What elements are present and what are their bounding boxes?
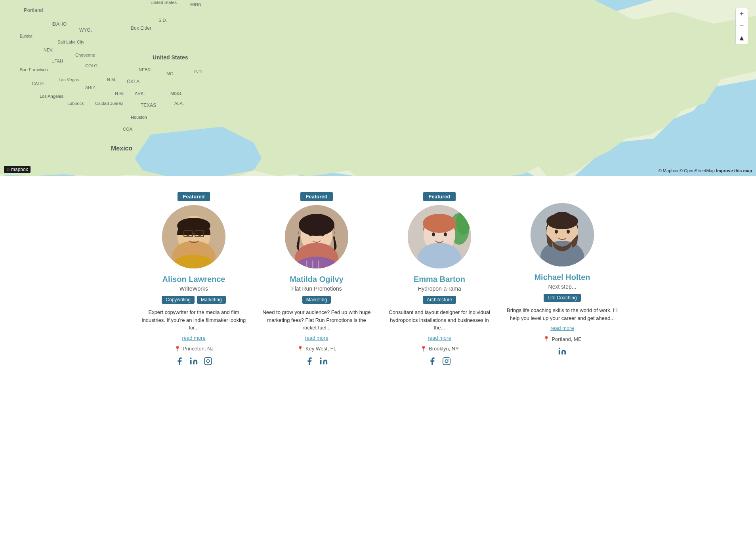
location-icon: 📍 — [174, 346, 181, 352]
profile-company: Flat Run Promotions — [291, 285, 342, 292]
svg-text:NEV.: NEV. — [44, 48, 53, 52]
read-more-link[interactable]: read more — [305, 335, 328, 341]
svg-text:Cheyenne: Cheyenne — [75, 53, 95, 57]
svg-text:Las Vegas: Las Vegas — [59, 77, 79, 82]
profiles-section: Featured Alison Lawrence WriteWorks Copy… — [0, 176, 756, 382]
location-text: Princeton, NJ — [183, 346, 214, 352]
featured-badge-wrapper: Featured — [261, 192, 372, 201]
linkedin-icon[interactable] — [557, 346, 567, 356]
svg-text:NEBR.: NEBR. — [139, 67, 152, 72]
tag: Marketing — [302, 296, 331, 304]
tags-row: Marketing — [302, 296, 331, 304]
svg-text:UTAH: UTAH — [52, 59, 63, 63]
profile-company: Next step... — [548, 284, 577, 290]
svg-text:IDAHO: IDAHO — [52, 21, 67, 27]
location-text: Portland, ME — [552, 336, 581, 342]
facebook-icon[interactable] — [304, 356, 315, 366]
svg-text:ARK.: ARK. — [135, 91, 145, 96]
svg-text:ALA.: ALA. — [174, 101, 184, 106]
zoom-in-button[interactable]: + — [736, 8, 748, 20]
map-background: Portland IDAHO Eureka NEV. Salt Lake Cit… — [0, 0, 756, 176]
read-more-link[interactable]: read more — [428, 335, 451, 341]
svg-text:Salt Lake City: Salt Lake City — [57, 40, 84, 44]
facebook-icon[interactable] — [427, 356, 437, 366]
instagram-icon[interactable] — [203, 356, 213, 366]
tags-row: Life Coaching — [544, 294, 580, 302]
profile-description: Need to grow your audience? Fed up with … — [261, 308, 372, 332]
featured-badge: Featured — [178, 192, 210, 201]
svg-text:CALIF.: CALIF. — [32, 81, 45, 86]
profile-name: Matilda Ogilvy — [290, 275, 344, 284]
featured-badge-wrapper: Featured — [384, 192, 495, 201]
avatar-emma — [408, 205, 471, 268]
svg-text:Houston: Houston — [131, 115, 147, 120]
location-row: 📍 Key West, FL — [297, 346, 336, 352]
svg-text:MISS.: MISS. — [170, 91, 182, 96]
svg-point-127 — [432, 232, 435, 236]
svg-text:COA.: COA. — [123, 127, 134, 131]
profile-description: Consultant and layout designer for indiv… — [384, 308, 495, 332]
svg-point-124 — [456, 211, 470, 235]
svg-text:Los Angeles: Los Angeles — [40, 94, 63, 99]
profile-description: Brings life coaching skills to the world… — [507, 306, 618, 322]
linkedin-icon[interactable] — [189, 356, 199, 366]
svg-text:OKLA.: OKLA. — [127, 79, 141, 84]
map-controls: + − ▲ — [735, 8, 748, 44]
svg-text:Box Elder: Box Elder — [131, 25, 151, 31]
svg-rect-108 — [204, 357, 212, 364]
tags-row: CopywritingMarketing — [162, 296, 225, 304]
svg-text:MINN.: MINN. — [190, 2, 202, 7]
profile-name: Alison Lawrence — [162, 275, 225, 284]
tags-row: Architecture — [423, 296, 456, 304]
svg-text:COLO.: COLO. — [85, 63, 99, 68]
featured-badge: Featured — [300, 192, 333, 201]
svg-point-107 — [190, 357, 192, 359]
featured-badge-wrapper: Featured — [138, 192, 249, 201]
profile-description: Expert copywriter for the media and film… — [138, 308, 249, 332]
svg-text:S.D.: S.D. — [158, 18, 167, 23]
social-row — [427, 356, 452, 366]
svg-point-121 — [320, 357, 322, 359]
profile-name: Michael Holten — [534, 273, 590, 282]
instagram-icon[interactable] — [441, 356, 452, 366]
linkedin-icon[interactable] — [319, 356, 329, 366]
avatar-alison — [162, 205, 225, 268]
improve-map-link[interactable]: Improve this map — [716, 168, 752, 173]
location-text: Key West, FL — [305, 346, 336, 352]
read-more-link[interactable]: read more — [550, 325, 574, 331]
tag: Life Coaching — [544, 294, 580, 302]
svg-text:United States: United States — [151, 0, 177, 5]
svg-text:TEXAS: TEXAS — [141, 103, 156, 108]
map-attribution: © Mapbox © OpenStreetMap Improve this ma… — [659, 168, 752, 173]
profile-card-emma: Featured Emma Barton Hydropon-a-rama Arc… — [384, 192, 495, 366]
profile-company: Hydropon-a-rama — [418, 285, 461, 292]
svg-rect-130 — [443, 357, 450, 364]
svg-point-128 — [444, 232, 447, 236]
map-section: Portland IDAHO Eureka NEV. Salt Lake Cit… — [0, 0, 756, 176]
location-icon: 📍 — [297, 346, 304, 352]
location-icon: 📍 — [420, 346, 427, 352]
svg-rect-138 — [559, 350, 560, 354]
svg-point-135 — [555, 230, 558, 234]
svg-point-136 — [567, 230, 570, 234]
compass-button[interactable]: ▲ — [736, 32, 748, 44]
facebook-icon[interactable] — [174, 356, 185, 366]
svg-text:Portland: Portland — [24, 7, 43, 13]
read-more-link[interactable]: read more — [182, 335, 205, 341]
location-text: Brooklyn, NY — [429, 346, 459, 352]
svg-text:WYO.: WYO. — [79, 27, 92, 33]
svg-text:Eureka: Eureka — [20, 34, 32, 38]
avatar-matilda — [285, 205, 348, 268]
profile-card-alison: Featured Alison Lawrence WriteWorks Copy… — [138, 192, 249, 366]
svg-text:IND.
    OHIO
    Mobile
    I: IND. OHIO Mobile IOWA Sioux Falls ILL. C… — [194, 69, 203, 74]
profile-name: Emma Barton — [414, 275, 465, 284]
social-row — [304, 356, 329, 366]
svg-text:Mexico: Mexico — [111, 145, 132, 152]
svg-rect-106 — [190, 360, 192, 364]
zoom-out-button[interactable]: − — [736, 20, 748, 32]
featured-badge: Featured — [423, 192, 456, 201]
profile-card-matilda: Featured Matilda Ogilvy Flat Run Promoti… — [261, 192, 372, 366]
avatar-michael — [531, 203, 594, 266]
svg-rect-120 — [320, 360, 322, 364]
profile-card-michael: Michael Holten Next step... Life Coachin… — [507, 192, 618, 366]
